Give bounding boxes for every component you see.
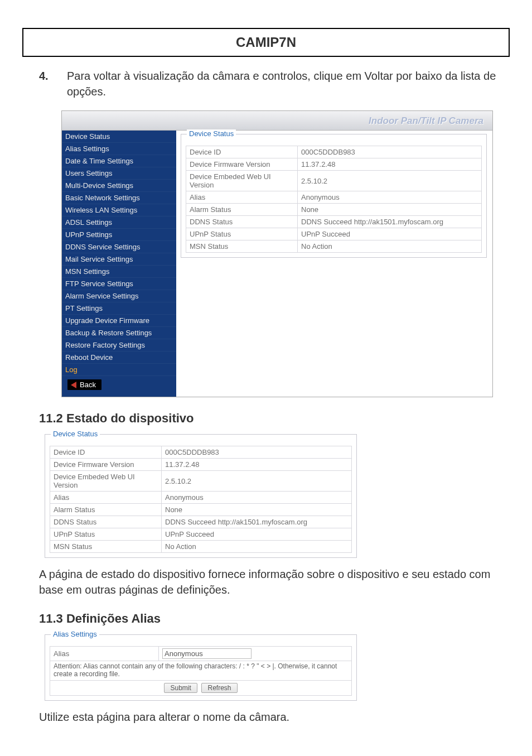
table-row: Alarm StatusNone [186,204,482,216]
screenshot-full-ui: Indoor Pan/Tilt IP Camera Device Status … [61,110,493,397]
sidebar-item[interactable]: Users Settings [62,167,176,180]
table-row: AliasAnonymous [50,492,352,504]
screenshot-device-status: Device Status Device ID000C5DDDB983 Devi… [45,434,357,558]
step-number: 4. [39,68,67,99]
back-arrow-icon [71,382,76,388]
alias-label: Alias [50,647,159,661]
sidebar-item[interactable]: Reboot Device [62,351,176,364]
button-row: Submit Refresh [50,681,352,696]
panel-legend: Device Status [51,430,100,438]
sidebar-item[interactable]: Log [62,364,176,376]
body-text-11-3: Utilize esta página para alterar o nome … [39,709,493,725]
table-row: MSN StatusNo Action [50,541,352,553]
sidebar-item[interactable]: FTP Service Settings [62,278,176,290]
back-label: Back [80,381,96,389]
panel-legend: Device Status [187,129,236,138]
alias-table: Alias Attention: Alias cannot contain an… [50,646,352,696]
sidebar-item[interactable]: Basic Network Settings [62,192,176,204]
table-row: Device Firmware Version11.37.2.48 [186,158,482,171]
submit-button[interactable]: Submit [164,683,197,693]
sidebar-item[interactable]: ADSL Settings [62,216,176,229]
sidebar-item[interactable]: MSN Settings [62,266,176,278]
sidebar-item[interactable]: Upgrade Device Firmware [62,315,176,327]
sidebar-item[interactable]: Date & Time Settings [62,155,176,167]
sidebar-item[interactable]: PT Settings [62,302,176,315]
table-row: Device Embeded Web UI Version2.5.10.2 [186,171,482,191]
sidebar-item[interactable]: Mail Service Settings [62,253,176,266]
step-row: 4. Para voltar à visualização da câmara … [39,68,510,99]
status-table: Device ID000C5DDDB983 Device Firmware Ve… [50,446,352,553]
panel-legend: Alias Settings [51,630,99,638]
alias-settings-panel: Alias Settings Alias Attention: Alias ca… [45,634,357,701]
sidebar-item[interactable]: Multi-Device Settings [62,180,176,192]
table-row: Device ID000C5DDDB983 [50,446,352,459]
attention-text: Attention: Alias cannot contain any of t… [50,661,352,681]
sidebar-item[interactable]: Alias Settings [62,143,176,155]
screenshot-alias-settings: Alias Settings Alias Attention: Alias ca… [45,634,357,701]
table-row: Alarm StatusNone [50,504,352,516]
sidebar-item[interactable]: Backup & Restore Settings [62,327,176,339]
table-row: MSN StatusNo Action [186,240,482,253]
table-row: AliasAnonymous [186,191,482,204]
device-status-panel: Device Status Device ID000C5DDDB983 Devi… [181,134,487,258]
sidebar-item[interactable]: Restore Factory Settings [62,339,176,351]
table-row: DDNS StatusDDNS Succeed http://ak1501.my… [186,216,482,228]
table-row: Device Firmware Version11.37.2.48 [50,459,352,471]
table-row: DDNS StatusDDNS Succeed http://ak1501.my… [50,516,352,528]
table-row: UPnP StatusUPnP Succeed [50,528,352,541]
back-button[interactable]: Back [67,379,101,390]
sidebar-item[interactable]: UPnP Settings [62,229,176,241]
sidebar-item[interactable]: Wireless LAN Settings [62,204,176,216]
sidebar-item[interactable]: Device Status [62,131,176,143]
table-row: Device Embeded Web UI Version2.5.10.2 [50,471,352,492]
device-status-panel: Device Status Device ID000C5DDDB983 Devi… [45,434,357,558]
sidebar: Device Status Alias Settings Date & Time… [62,131,176,397]
sidebar-item[interactable]: DDNS Service Settings [62,241,176,253]
table-row: Device ID000C5DDDB983 [186,146,482,158]
step-text: Para voltar à visualização da câmara e c… [67,68,510,99]
alias-input[interactable] [162,648,252,659]
sidebar-item[interactable]: Alarm Service Settings [62,290,176,302]
page-title: CAMIP7N [22,28,510,57]
attention-row: Attention: Alias cannot contain any of t… [50,661,352,681]
table-row: Alias [50,647,352,661]
table-row: UPnP StatusUPnP Succeed [186,228,482,240]
section-heading-11-3: 11.3 Definições Alias [39,611,510,626]
section-heading-11-2: 11.2 Estado do dispositivo [39,411,510,426]
body-text-11-2: A página de estado do dispositivo fornec… [39,566,493,598]
banner-title: Indoor Pan/Tilt IP Camera [62,111,492,131]
status-table: Device ID000C5DDDB983 Device Firmware Ve… [186,146,482,253]
refresh-button[interactable]: Refresh [201,683,237,693]
